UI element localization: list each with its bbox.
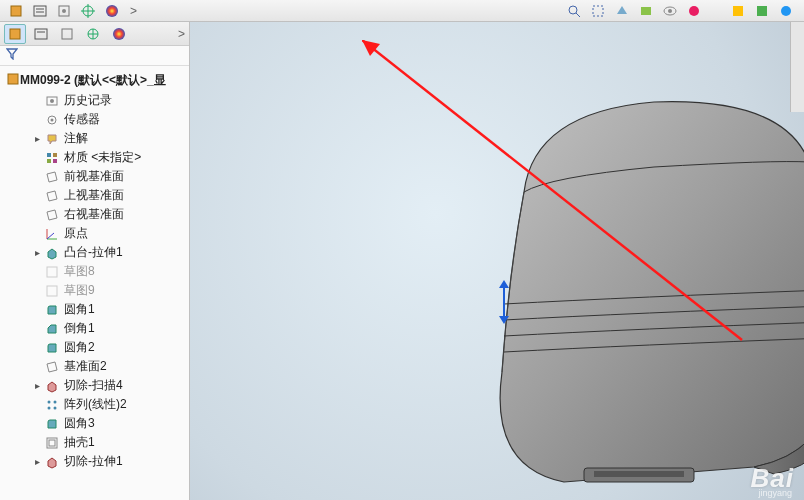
tree-item-label: 圆角3	[64, 415, 95, 432]
toolbar-list-icon[interactable]	[30, 2, 50, 20]
sidebar-tab-display[interactable]	[108, 24, 130, 44]
plane-icon	[44, 360, 60, 374]
cut-icon	[44, 379, 60, 393]
sidebar-tab-chevron[interactable]: >	[178, 27, 185, 41]
chamfer-icon	[44, 322, 60, 336]
sketch-icon	[44, 284, 60, 298]
tree-expander[interactable]: ▸	[32, 456, 42, 467]
tree-item-label: 抽壳1	[64, 434, 95, 451]
tree-item[interactable]: 圆角1	[2, 300, 189, 319]
toolbar-appearance-icon[interactable]	[102, 2, 122, 20]
svg-rect-1	[34, 6, 46, 16]
tree-item-label: 前视基准面	[64, 168, 124, 185]
sketch-icon	[44, 265, 60, 279]
tree-item-label: 倒角1	[64, 320, 95, 337]
tree-item[interactable]: ▸切除-拉伸1	[2, 452, 189, 471]
tree-item-label: 圆角1	[64, 301, 95, 318]
watermark-subtext: jingyang	[758, 488, 792, 498]
tree-expander[interactable]: ▸	[32, 133, 42, 144]
svg-point-10	[569, 6, 577, 14]
graphics-viewport[interactable]: Bai jingyang	[190, 22, 804, 500]
svg-rect-28	[8, 74, 18, 84]
plane-icon	[44, 208, 60, 222]
feature-tree-sidebar: > MM099-2 (默认<<默认>_显 历史记录传感器▸注解材质 <未指定>前…	[0, 22, 190, 500]
tree-item-label: 基准面2	[64, 358, 107, 375]
toolbar-expand-chevron[interactable]: >	[130, 4, 137, 18]
sidebar-tab-config[interactable]	[56, 24, 78, 44]
zoom-area-icon[interactable]	[588, 2, 608, 20]
cut-icon	[44, 455, 60, 469]
tree-item-label: 切除-扫描4	[64, 377, 123, 394]
zoom-fit-icon[interactable]	[564, 2, 584, 20]
tree-root-node[interactable]: MM099-2 (默认<<默认>_显	[2, 70, 189, 91]
tree-item[interactable]: 前视基准面	[2, 167, 189, 186]
sidebar-tab-property[interactable]	[30, 24, 52, 44]
tree-item-label: 阵列(线性)2	[64, 396, 127, 413]
tree-item[interactable]: 抽壳1	[2, 433, 189, 452]
svg-point-9	[106, 5, 118, 17]
svg-point-42	[48, 400, 51, 403]
svg-rect-40	[47, 267, 57, 277]
tree-item[interactable]: 倒角1	[2, 319, 189, 338]
toolbar-crosshair-icon[interactable]	[78, 2, 98, 20]
tree-item[interactable]: 右视基准面	[2, 205, 189, 224]
tree-item[interactable]: 圆角3	[2, 414, 189, 433]
svg-rect-0	[11, 6, 21, 16]
tree-item[interactable]: 上视基准面	[2, 186, 189, 205]
svg-rect-20	[10, 29, 20, 39]
view-toolbar	[562, 2, 798, 20]
display-style-icon[interactable]	[636, 2, 656, 20]
svg-rect-35	[47, 159, 51, 163]
svg-marker-51	[499, 280, 509, 288]
misc-icon-2[interactable]	[752, 2, 772, 20]
svg-point-5	[62, 9, 66, 13]
tree-item[interactable]: 基准面2	[2, 357, 189, 376]
tree-item[interactable]: 草图9	[2, 281, 189, 300]
tree-item-label: 材质 <未指定>	[64, 149, 141, 166]
tree-item[interactable]: ▸切除-扫描4	[2, 376, 189, 395]
hide-show-icon[interactable]	[660, 2, 680, 20]
tree-item-label: 草图8	[64, 263, 95, 280]
svg-rect-12	[593, 6, 603, 16]
toolbar-feature-icon[interactable]	[6, 2, 26, 20]
material-icon	[44, 151, 60, 165]
tree-item[interactable]: 阵列(线性)2	[2, 395, 189, 414]
tree-item[interactable]: 材质 <未指定>	[2, 148, 189, 167]
toolbar-sketch-icon[interactable]	[54, 2, 74, 20]
history-icon	[44, 94, 60, 108]
plane-icon	[44, 189, 60, 203]
tree-expander[interactable]: ▸	[32, 380, 42, 391]
extrude-icon	[44, 246, 60, 260]
measure-arrow-icon	[497, 280, 511, 324]
svg-rect-13	[641, 7, 651, 15]
svg-rect-18	[757, 6, 767, 16]
misc-icon-1[interactable]	[728, 2, 748, 20]
appearance-sphere-icon[interactable]	[684, 2, 704, 20]
tree-item[interactable]: ▸注解	[2, 129, 189, 148]
tree-expander[interactable]: ▸	[32, 247, 42, 258]
tree-item-label: 右视基准面	[64, 206, 124, 223]
fillet-icon	[44, 341, 60, 355]
tree-item-label: 注解	[64, 130, 88, 147]
svg-point-19	[781, 6, 791, 16]
right-panel-tab[interactable]	[790, 22, 804, 112]
tree-item[interactable]: 原点	[2, 224, 189, 243]
svg-marker-54	[362, 40, 380, 56]
svg-marker-52	[499, 316, 509, 324]
tree-item-label: 历史记录	[64, 92, 112, 109]
sidebar-tab-dimxpert[interactable]	[82, 24, 104, 44]
svg-point-45	[54, 406, 57, 409]
root-name-label: MM099-2 (默认<<默认>_显	[20, 72, 166, 89]
tree-item[interactable]: 传感器	[2, 110, 189, 129]
view-orientation-icon[interactable]	[612, 2, 632, 20]
misc-icon-3[interactable]	[776, 2, 796, 20]
sidebar-tab-featuretree[interactable]	[4, 24, 26, 44]
tree-item[interactable]: 历史记录	[2, 91, 189, 110]
tree-item[interactable]: 圆角2	[2, 338, 189, 357]
svg-rect-49	[594, 471, 684, 477]
shell-icon	[44, 436, 60, 450]
funnel-icon[interactable]	[6, 48, 18, 63]
filter-row	[0, 46, 189, 66]
tree-item[interactable]: 草图8	[2, 262, 189, 281]
tree-item[interactable]: ▸凸台-拉伸1	[2, 243, 189, 262]
